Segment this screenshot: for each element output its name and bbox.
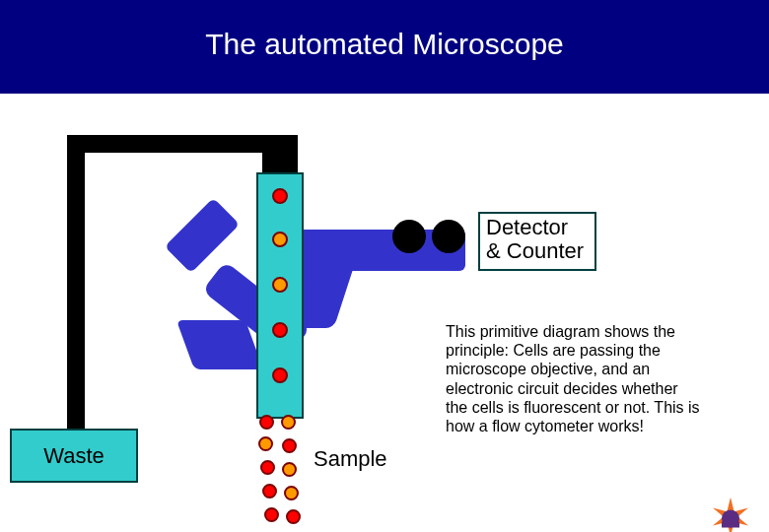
diagram-stage: Waste Detector & Counter Sample This pri… — [0, 94, 769, 532]
pipe-segment — [67, 135, 85, 431]
cell-dot — [282, 438, 297, 453]
pipe-segment — [67, 135, 262, 153]
cell-dot — [284, 486, 299, 500]
waste-label: Waste — [43, 443, 105, 469]
microscope-base — [165, 198, 240, 273]
cell-dot — [272, 277, 288, 293]
cell-dot — [260, 460, 275, 475]
slide-title: The automated Microscope — [0, 28, 769, 61]
detector-box: Detector & Counter — [478, 212, 596, 271]
cell-dot — [262, 484, 277, 499]
description-text: This primitive diagram shows the princip… — [446, 322, 702, 435]
pipe-segment — [262, 135, 298, 172]
cell-dot — [258, 436, 273, 451]
eyepiece-icon — [392, 220, 426, 253]
detector-label-line1: Detector — [486, 216, 589, 239]
cell-dot — [259, 415, 274, 430]
cell-dot — [272, 232, 288, 247]
cell-dot — [272, 367, 288, 383]
cell-dot — [264, 507, 279, 522]
waste-box: Waste — [10, 429, 138, 483]
cell-dot — [281, 415, 296, 430]
logo-icon — [704, 487, 757, 532]
cell-dot — [282, 462, 297, 477]
title-bar: The automated Microscope — [0, 0, 769, 94]
cell-dot — [286, 509, 301, 524]
sample-label: Sample — [314, 446, 387, 472]
eyepiece-icon — [432, 220, 465, 253]
cell-dot — [272, 188, 288, 204]
detector-label-line2: & Counter — [486, 239, 589, 263]
cell-dot — [272, 322, 288, 338]
